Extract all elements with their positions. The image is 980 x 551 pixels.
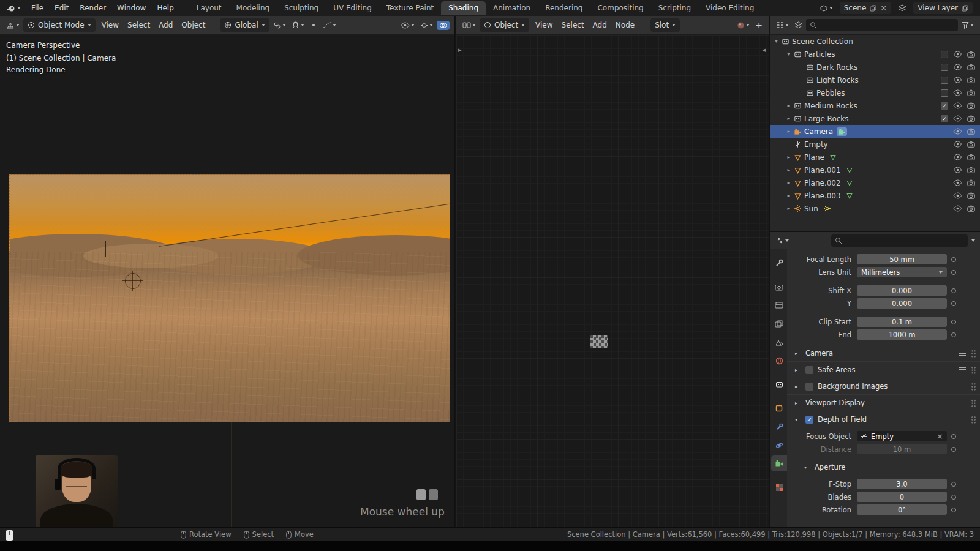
object-name[interactable]: Large Rocks: [804, 114, 849, 123]
keyframe-dot[interactable]: [951, 320, 956, 324]
workspace-tab[interactable]: Sculpting: [277, 1, 326, 15]
properties-search[interactable]: [831, 234, 968, 247]
blender-logo-icon[interactable]: [0, 4, 26, 13]
preset-menu-icon[interactable]: [959, 367, 966, 372]
lens-unit-dropdown[interactable]: Millimeters: [857, 267, 947, 277]
disclosure-icon[interactable]: [772, 39, 780, 44]
scene-browse-icon[interactable]: [818, 4, 835, 12]
snap-target-icon[interactable]: [271, 21, 288, 29]
view-layer-icon[interactable]: [896, 4, 908, 12]
workspace-tab[interactable]: Video Editing: [698, 1, 761, 15]
editor-type-icon[interactable]: [461, 21, 478, 29]
collection-checkbox[interactable]: [941, 115, 948, 122]
render-visibility-camera-icon[interactable]: [967, 205, 975, 212]
empty-object-gizmo[interactable]: [125, 273, 141, 289]
scene-selector[interactable]: Scene: [840, 2, 892, 14]
render-visibility-camera-icon[interactable]: [967, 154, 975, 160]
disclosure-icon[interactable]: [785, 51, 793, 57]
outliner-row[interactable]: Sun: [770, 202, 980, 215]
tab-texture[interactable]: [771, 479, 787, 495]
clip-start-field[interactable]: 0.1 m: [857, 317, 947, 327]
outliner-row[interactable]: Camera: [770, 125, 980, 138]
keyframe-dot[interactable]: [951, 288, 956, 293]
hide-eye-icon[interactable]: [953, 89, 962, 96]
chevron-down-icon[interactable]: [971, 239, 975, 242]
clip-end-field[interactable]: 1000 m: [857, 329, 947, 340]
menu-item[interactable]: Select: [123, 19, 154, 31]
shader-type-dropdown[interactable]: Object: [480, 18, 529, 32]
hide-eye-icon[interactable]: [953, 179, 962, 186]
disclosure-icon[interactable]: [785, 206, 793, 211]
tab-scene[interactable]: [771, 334, 787, 350]
object-name[interactable]: Camera: [804, 127, 833, 136]
focal-length-field[interactable]: 50 mm: [857, 254, 947, 264]
hide-eye-icon[interactable]: [953, 102, 962, 109]
display-mode-icon[interactable]: [793, 21, 804, 29]
editor-type-icon[interactable]: [4, 21, 21, 29]
keyframe-dot[interactable]: [951, 301, 956, 306]
menu-item[interactable]: Add: [589, 19, 611, 31]
render-visibility-camera-icon[interactable]: [967, 64, 975, 70]
editor-type-icon[interactable]: [774, 21, 791, 29]
hide-eye-icon[interactable]: [953, 77, 962, 83]
hide-eye-icon[interactable]: [953, 51, 962, 58]
render-visibility-camera-icon[interactable]: [967, 89, 975, 96]
focus-object-field[interactable]: Empty: [857, 431, 947, 441]
mode-dropdown[interactable]: Object Mode: [23, 18, 96, 32]
keyframe-dot[interactable]: [951, 447, 956, 452]
collection-checkbox[interactable]: [941, 102, 948, 110]
collection-checkbox[interactable]: [941, 89, 948, 97]
outliner-search-input[interactable]: [820, 20, 954, 30]
distance-field[interactable]: 10 m: [857, 444, 947, 454]
render-visibility-camera-icon[interactable]: [967, 51, 975, 58]
overlays-toggle-icon[interactable]: [437, 21, 450, 30]
object-name[interactable]: Sun: [804, 204, 818, 213]
outliner-row[interactable]: Light Rocks: [770, 73, 980, 86]
workspace-tab[interactable]: Animation: [486, 1, 538, 15]
outliner-row[interactable]: Plane.001: [770, 163, 980, 176]
rotation-field[interactable]: 0°: [857, 504, 947, 515]
collection-checkbox[interactable]: [941, 77, 948, 84]
drag-grip-icon[interactable]: [971, 399, 976, 407]
visibility-dropdown-icon[interactable]: [399, 22, 417, 29]
object-name[interactable]: Dark Rocks: [816, 63, 858, 72]
tab-tool[interactable]: [771, 255, 787, 271]
tab-object[interactable]: [771, 400, 787, 416]
filter-icon[interactable]: [960, 21, 976, 29]
tab-collection[interactable]: [771, 377, 787, 392]
editor-type-icon[interactable]: [774, 237, 791, 244]
safe-areas-checkbox[interactable]: [805, 366, 813, 374]
hide-eye-icon[interactable]: [953, 128, 962, 135]
menu-item[interactable]: File: [26, 1, 49, 15]
render-visibility-camera-icon[interactable]: [967, 102, 975, 109]
proportional-editing-icon[interactable]: [308, 21, 319, 29]
node-editor[interactable]: ▸ ◂: [455, 35, 769, 527]
keyframe-dot[interactable]: [951, 508, 956, 512]
new-material-button[interactable]: +: [753, 20, 764, 30]
render-visibility-camera-icon[interactable]: [967, 77, 975, 83]
keyframe-dot[interactable]: [951, 434, 956, 439]
copy-icon[interactable]: [870, 5, 876, 12]
disclosure-icon[interactable]: [785, 154, 793, 160]
drag-grip-icon[interactable]: [971, 366, 976, 374]
outliner-row[interactable]: Medium Rocks: [770, 99, 980, 112]
hide-eye-icon[interactable]: [953, 115, 962, 122]
object-name[interactable]: Plane.003: [804, 192, 841, 200]
menu-item[interactable]: Node: [611, 19, 639, 31]
workspace-tab[interactable]: Texture Paint: [379, 1, 441, 15]
gizmo-icon[interactable]: [418, 21, 435, 29]
workspace-tab[interactable]: UV Editing: [326, 1, 379, 15]
clear-focus-object-icon[interactable]: [937, 432, 943, 441]
outliner-row[interactable]: Plane.002: [770, 176, 980, 189]
preset-menu-icon[interactable]: [959, 351, 966, 356]
disclosure-icon[interactable]: [785, 180, 793, 186]
keyframe-dot[interactable]: [951, 482, 956, 487]
menu-item[interactable]: View: [531, 19, 557, 31]
disclosure-icon[interactable]: [785, 193, 793, 198]
disclosure-icon[interactable]: [785, 129, 793, 134]
workspace-tab[interactable]: Scripting: [651, 1, 698, 15]
transform-orientation-dropdown[interactable]: Global: [220, 18, 269, 32]
render-visibility-camera-icon[interactable]: [967, 141, 975, 148]
drag-grip-icon[interactable]: [971, 416, 976, 424]
material-ball-icon[interactable]: [735, 21, 752, 29]
